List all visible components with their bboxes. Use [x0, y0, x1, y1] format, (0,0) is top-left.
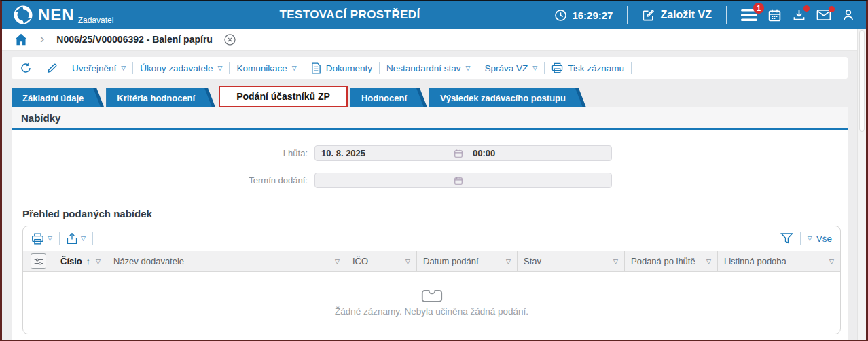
column-header-datum-podani[interactable]: Datum podání ▽ — [417, 251, 518, 271]
nen-logo[interactable]: NEN Zadavatel — [13, 5, 113, 25]
inbox-download-button[interactable] — [792, 8, 806, 22]
tab-kriteria-hodnoceni[interactable]: Kritéria hodnocení — [106, 88, 215, 107]
toolbar-divider — [92, 232, 93, 245]
chevron-down-icon[interactable]: ▽ — [613, 259, 618, 265]
vertical-scrollbar[interactable] — [857, 29, 866, 340]
menu-sprava-vz[interactable]: Správa VZ ▽ — [484, 63, 537, 73]
tab-label: Hodnocení — [361, 93, 407, 103]
tab-podani-ucastniku-zp[interactable]: Podání účastníků ZP — [219, 86, 348, 107]
clock-icon — [554, 9, 567, 22]
column-header-listinna-podoba[interactable]: Listinná podoba ▽ — [718, 251, 840, 271]
submissions-table: ▽ ▽ — [22, 226, 841, 334]
nen-logo-icon — [13, 5, 33, 25]
print-table-button[interactable]: ▽ — [31, 233, 52, 245]
messages-notification-dot — [829, 6, 835, 12]
create-vz-label: Založit VZ — [660, 9, 712, 21]
menu-dokumenty[interactable]: Dokumenty — [311, 62, 372, 74]
brand-name: NEN — [38, 5, 75, 25]
table-title: Přehled podaných nabídek — [12, 200, 848, 226]
filter-funnel-icon[interactable] — [780, 232, 793, 245]
calendar-icon[interactable] — [454, 149, 463, 158]
toolbar-divider — [379, 62, 380, 74]
deadline-field[interactable]: 10. 8. 2025 00:00 — [314, 145, 612, 161]
toolbar-divider — [800, 232, 801, 245]
chevron-down-icon: ▽ — [48, 236, 52, 242]
column-header-cislo[interactable]: Číslo ↑ ▽ — [54, 251, 107, 271]
filter-all-option[interactable]: Vše — [816, 234, 832, 244]
tab-label: Podání účastníků ZP — [236, 91, 330, 102]
header-divider — [627, 6, 628, 24]
scrollbar-thumb[interactable] — [859, 30, 865, 132]
menu-komunikace[interactable]: Komunikace ▽ — [236, 63, 296, 73]
messages-button[interactable] — [816, 9, 831, 21]
user-profile-button[interactable] — [842, 8, 855, 22]
column-settings-cell — [23, 251, 54, 271]
chevron-down-icon: ▽ — [808, 236, 812, 242]
chevron-down-icon[interactable]: ▽ — [829, 259, 834, 265]
toolbar-divider — [229, 62, 230, 74]
main-menu-button[interactable]: 1 — [741, 8, 757, 22]
toolbar-divider — [544, 62, 545, 74]
tab-label: Základní údaje — [22, 93, 84, 103]
home-icon[interactable] — [14, 33, 28, 46]
menu-notification-badge: 1 — [753, 3, 764, 14]
export-table-button[interactable]: ▽ — [67, 232, 86, 245]
menu-uverejneni[interactable]: Uveřejnění ▽ — [72, 63, 126, 73]
deadline-date-value[interactable]: 10. 8. 2025 — [321, 148, 454, 158]
chevron-down-icon[interactable]: ▽ — [96, 259, 101, 265]
menu-nestandardni-stav[interactable]: Nestandardní stav ▽ — [386, 63, 470, 73]
column-label: IČO — [352, 256, 401, 266]
document-icon — [311, 62, 321, 74]
column-label: Datum podání — [423, 256, 502, 266]
tab-vysledek-zadavaciho-postupu[interactable]: Výsledek zadávacího postupu — [429, 88, 586, 107]
toolbar-divider — [39, 62, 39, 74]
chevron-down-icon[interactable]: ▽ — [335, 259, 340, 265]
section-header: Nabídky — [12, 107, 848, 130]
main-panel: Nabídky Lhůta: 10. 8. 2025 00:00 — [12, 107, 848, 340]
sort-asc-icon: ↑ — [86, 256, 91, 266]
tab-hodnoceni[interactable]: Hodnocení — [350, 88, 427, 107]
deadline-time-value[interactable]: 00:00 — [463, 148, 605, 158]
chevron-down-icon[interactable]: ▽ — [706, 259, 711, 265]
delivery-row: Termín dodání: — [12, 173, 848, 188]
column-header-podana-po-lhute[interactable]: Podaná po lhůtě ▽ — [625, 251, 718, 271]
app-header: NEN Zadavatel TESTOVACÍ PROSTŘEDÍ 16:29:… — [2, 1, 866, 29]
table-header-row: Číslo ↑ ▽ Název dodavatele ▽ IČO ▽ Datum… — [23, 251, 840, 272]
menu-label: Dokumenty — [326, 63, 372, 73]
column-header-ico[interactable]: IČO ▽ — [346, 251, 417, 271]
column-header-stav[interactable]: Stav ▽ — [518, 251, 625, 271]
menu-ukony-zadavatele[interactable]: Úkony zadavatele ▽ — [140, 63, 222, 73]
tab-label: Kritéria hodnocení — [117, 93, 195, 103]
chevron-down-icon[interactable]: ▽ — [506, 259, 511, 265]
empty-tray-icon — [421, 289, 443, 302]
menu-label: Správa VZ — [484, 63, 528, 73]
server-time: 16:29:27 — [554, 9, 613, 22]
chevron-down-icon: ▽ — [532, 65, 537, 71]
record-action-bar: Uveřejnění ▽ Úkony zadavatele ▽ Komunika… — [12, 57, 848, 79]
toolbar-divider — [65, 62, 65, 74]
refresh-icon[interactable] — [20, 62, 32, 74]
delivery-field[interactable] — [314, 173, 612, 188]
column-settings-icon[interactable] — [31, 253, 46, 269]
menu-label: Úkony zadavatele — [140, 63, 213, 73]
deadline-row: Lhůta: 10. 8. 2025 00:00 — [12, 145, 848, 161]
calendar-icon[interactable] — [454, 176, 463, 185]
chevron-down-icon[interactable]: ▽ — [405, 259, 410, 265]
edit-icon — [642, 9, 655, 22]
chevron-right-icon: › — [40, 32, 44, 45]
create-vz-button[interactable]: Založit VZ — [642, 9, 712, 22]
edit-record-icon[interactable] — [46, 62, 58, 74]
tab-label: Výsledek zadávacího postupu — [440, 93, 566, 103]
close-record-icon[interactable] — [223, 33, 236, 46]
column-label: Název dodavatele — [113, 256, 331, 266]
breadcrumb-current[interactable]: N006/25/V00006392 - Balení papíru — [56, 34, 213, 45]
column-header-nazev-dodavatele[interactable]: Název dodavatele ▽ — [107, 251, 346, 271]
deadline-label: Lhůta: — [12, 148, 314, 158]
tab-zakladni-udaje[interactable]: Základní údaje — [12, 88, 104, 107]
chevron-down-icon: ▽ — [81, 236, 86, 242]
menu-tisk-zaznamu[interactable]: Tisk záznamu — [551, 62, 624, 73]
printer-icon — [551, 62, 563, 73]
brand-subtitle: Zadavatel — [78, 16, 114, 25]
calendar-button[interactable] — [767, 8, 782, 22]
column-label: Číslo — [60, 256, 82, 266]
